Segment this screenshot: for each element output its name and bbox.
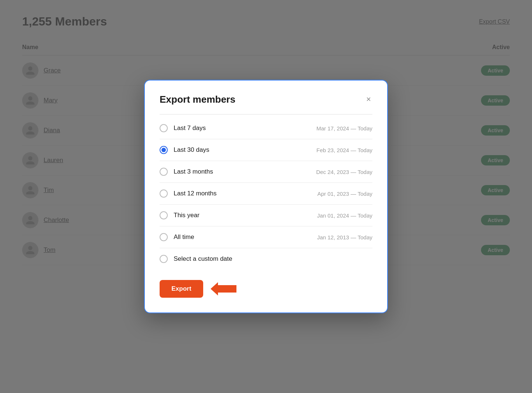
modal-header: Export members × xyxy=(160,94,372,105)
radio-input[interactable] xyxy=(160,211,168,219)
radio-option-last7[interactable]: Last 7 days Mar 17, 2024 — Today xyxy=(160,117,372,139)
radio-label: Select a custom date xyxy=(174,255,232,263)
radio-input[interactable] xyxy=(160,168,168,176)
modal-footer: Export xyxy=(160,280,372,298)
radio-date: Dec 24, 2023 — Today xyxy=(316,169,372,175)
export-modal: Export members × Last 7 days Mar 17, 202… xyxy=(144,80,388,313)
radio-date: Mar 17, 2024 — Today xyxy=(317,125,372,131)
radio-left: This year xyxy=(160,211,200,219)
export-button[interactable]: Export xyxy=(160,280,203,298)
radio-label: Last 12 months xyxy=(174,190,216,197)
radio-label: All time xyxy=(174,233,194,241)
radio-input[interactable] xyxy=(160,255,168,263)
radio-date: Jan 01, 2024 — Today xyxy=(317,212,372,219)
radio-date: Apr 01, 2023 — Today xyxy=(317,191,372,197)
radio-option-last12m[interactable]: Last 12 months Apr 01, 2023 — Today xyxy=(160,183,372,205)
radio-date: Jan 12, 2013 — Today xyxy=(317,234,372,240)
radio-left: Last 30 days xyxy=(160,146,209,154)
radio-input[interactable] xyxy=(160,146,168,154)
radio-option-custom[interactable]: Select a custom date xyxy=(160,248,372,270)
radio-options-container: Last 7 days Mar 17, 2024 — Today Last 30… xyxy=(160,117,372,270)
modal-title: Export members xyxy=(160,94,235,105)
close-button[interactable]: × xyxy=(365,94,372,105)
radio-input[interactable] xyxy=(160,233,168,241)
arrow-icon xyxy=(211,282,236,295)
radio-left: Select a custom date xyxy=(160,255,232,263)
radio-label: Last 30 days xyxy=(174,146,209,154)
radio-label: Last 3 months xyxy=(174,168,213,175)
radio-option-thisyear[interactable]: This year Jan 01, 2024 — Today xyxy=(160,205,372,226)
radio-label: Last 7 days xyxy=(174,124,206,132)
radio-left: All time xyxy=(160,233,194,241)
svg-marker-0 xyxy=(211,282,236,295)
radio-option-alltime[interactable]: All time Jan 12, 2013 — Today xyxy=(160,226,372,248)
modal-divider xyxy=(160,114,372,115)
modal-overlay: Export members × Last 7 days Mar 17, 202… xyxy=(0,0,532,393)
radio-option-last30[interactable]: Last 30 days Feb 23, 2024 — Today xyxy=(160,139,372,161)
radio-left: Last 7 days xyxy=(160,124,206,132)
radio-left: Last 12 months xyxy=(160,189,216,198)
arrow-indicator xyxy=(211,282,236,295)
radio-option-last3m[interactable]: Last 3 months Dec 24, 2023 — Today xyxy=(160,161,372,183)
radio-label: This year xyxy=(174,212,200,219)
radio-date: Feb 23, 2024 — Today xyxy=(317,147,373,153)
radio-left: Last 3 months xyxy=(160,168,213,176)
radio-input[interactable] xyxy=(160,124,168,132)
radio-input[interactable] xyxy=(160,189,168,198)
